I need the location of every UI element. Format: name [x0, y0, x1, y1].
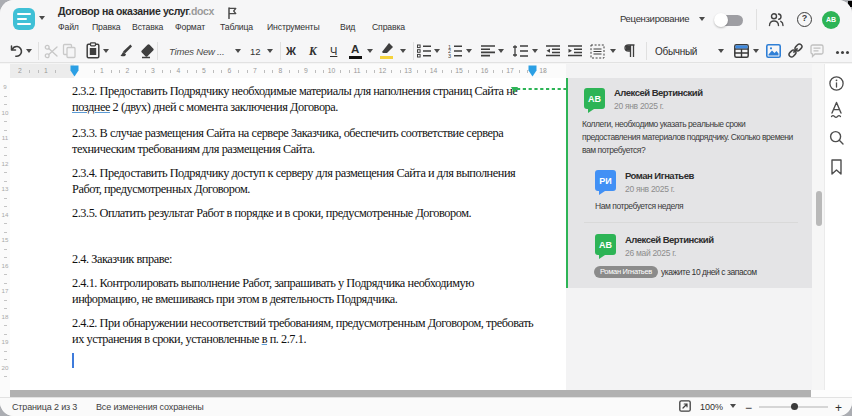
- svg-text:3: 3: [448, 53, 451, 58]
- svg-text:РИ: РИ: [599, 176, 611, 186]
- svg-text:АВ: АВ: [588, 94, 601, 104]
- svg-text:АВ: АВ: [599, 240, 612, 250]
